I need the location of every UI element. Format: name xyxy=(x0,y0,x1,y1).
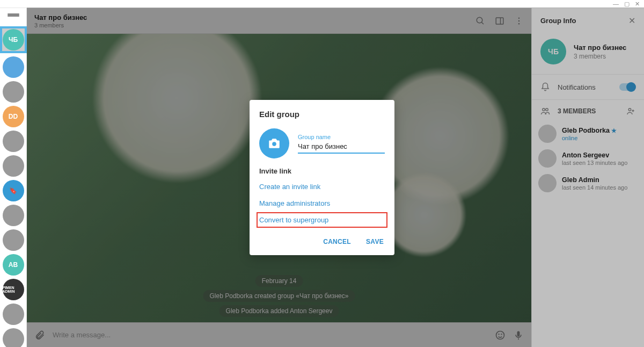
chat-list-item[interactable] xyxy=(3,155,24,177)
chat-list-item[interactable]: DD xyxy=(3,106,24,127)
chat-list-item[interactable] xyxy=(3,328,24,347)
cancel-button[interactable]: CANCEL xyxy=(322,235,352,249)
edit-group-modal: Edit group Group name Invite link Create… xyxy=(250,100,394,255)
invite-link-section-title: Invite link xyxy=(259,167,385,175)
chat-list-item[interactable]: PIMEN ADMIN xyxy=(3,279,24,300)
chat-list-item[interactable]: AB xyxy=(3,254,24,276)
save-button[interactable]: SAVE xyxy=(365,235,385,249)
close-window-icon[interactable]: ✕ xyxy=(635,1,640,8)
manage-administrators-link[interactable]: Manage administrators xyxy=(259,195,385,212)
maximize-icon[interactable]: ▢ xyxy=(624,1,630,8)
convert-to-supergroup-link[interactable]: Convert to supergroup xyxy=(257,213,387,227)
modal-title: Edit group xyxy=(259,110,385,119)
window-controls: — ▢ ✕ xyxy=(0,0,644,8)
chat-list-item[interactable] xyxy=(3,303,24,325)
chat-list-item-selected[interactable]: ЧБ xyxy=(0,26,27,53)
create-invite-link[interactable]: Create an invite link xyxy=(259,178,385,195)
group-name-input[interactable] xyxy=(298,141,385,154)
hamburger-menu-icon[interactable] xyxy=(8,13,19,17)
set-photo-button[interactable] xyxy=(259,128,289,158)
minimize-icon[interactable]: — xyxy=(613,1,619,7)
chat-list-rail: ЧБDD🔖ABPIMEN ADMIN xyxy=(0,8,27,347)
chat-list-item[interactable] xyxy=(3,56,24,78)
chat-list-item[interactable] xyxy=(3,229,24,251)
chat-list-item[interactable] xyxy=(3,81,24,103)
svg-point-14 xyxy=(272,142,276,146)
group-name-label: Group name xyxy=(298,134,385,140)
chat-list-item[interactable] xyxy=(3,131,24,152)
chat-list-item[interactable] xyxy=(3,205,24,226)
chat-list-item[interactable]: 🔖 xyxy=(3,180,24,201)
